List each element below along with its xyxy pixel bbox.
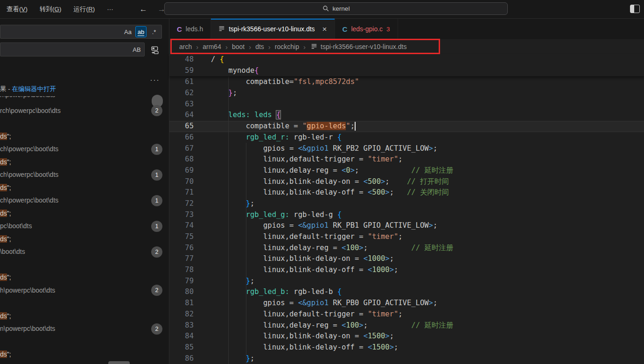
code-line[interactable]: 68 linux,default-trigger = "timer"; [169, 154, 644, 165]
menu-item[interactable]: 运行(R) [69, 3, 100, 16]
menu-item[interactable]: ··· [102, 3, 118, 15]
code-line[interactable]: 85 linux,blink-delay-off = <1500>; [169, 342, 644, 353]
line-content: rgb_led_g: rgb-led-g { [211, 210, 644, 221]
result-match-row[interactable]: ds"; [0, 348, 169, 361]
code-line[interactable]: 65 compatible = "gpio-leds"; [169, 121, 644, 132]
code-line[interactable]: 73 rgb_led_g: rgb-led-g { [169, 210, 644, 221]
result-file-row[interactable]: pc\boot\dts1 [0, 220, 169, 233]
result-file-row[interactable]: ch\powerpc\boot\dts1 [0, 143, 169, 156]
code-line[interactable]: 69 linux,delay-reg = <0>; // 延时注册 [169, 165, 644, 176]
breadcrumb-separator-icon: › [303, 43, 306, 51]
command-center-search[interactable]: kernel [164, 2, 508, 15]
code-line[interactable]: 70 linux,blink-delay-on = <500>; // 打开时间 [169, 176, 644, 188]
line-number: 80 [169, 287, 211, 298]
line-number: 86 [169, 353, 211, 364]
result-match-row[interactable]: ds"; [0, 155, 169, 168]
match-highlight: ds [0, 210, 7, 217]
code-line[interactable]: 71 linux,blink-delay-off = <500>; // 关闭时… [169, 187, 644, 198]
line-number: 48 [169, 54, 211, 65]
tab-tspi-rk3566-user-v10-linux.dts[interactable]: tspi-rk3566-user-v10-linux.dts× [211, 19, 335, 39]
match-case-toggle[interactable]: Aa [122, 26, 133, 37]
result-match-row[interactable]: ds"; [0, 232, 169, 245]
toggle-search-details-button[interactable]: ··· [147, 76, 162, 84]
layout-sidebar-icon[interactable] [630, 5, 640, 13]
code-line[interactable]: 66 rgb_led_r: rgb-led-r { [169, 132, 644, 143]
code-line[interactable]: 63 [169, 99, 644, 110]
replace-all-icon [150, 45, 160, 55]
line-number: 63 [169, 99, 211, 110]
result-file-row[interactable]: h\powerpc\boot\dts2 [0, 284, 169, 297]
breadcrumb-item[interactable]: rockchip [274, 43, 300, 50]
sticky-code-line[interactable]: 48/ { [169, 54, 644, 65]
line-number: 62 [169, 88, 211, 99]
result-file-row[interactable]: rch\powerpc\boot\dts2 [0, 104, 169, 117]
result-match-row[interactable]: ds"; [0, 271, 169, 284]
code-editor[interactable]: 48/ {59 mynode{ 61 compatible="fsl,mpc85… [169, 54, 644, 364]
code-line[interactable]: 80 rgb_led_b: rgb-led-b { [169, 287, 644, 298]
breadcrumb-item[interactable]: arch [178, 43, 193, 50]
code-line[interactable]: 81 gpios = <&gpio1 RK_PB0 GPIO_ACTIVE_LO… [169, 298, 644, 309]
code-area[interactable]: 61 compatible="fsl,mpc8572ds"62 };6364 l… [169, 77, 644, 364]
file-list-icon [218, 25, 225, 33]
code-line[interactable]: 84 linux,blink-delay-on = <1500>; [169, 331, 644, 342]
line-content: linux,blink-delay-on = <1500>; [211, 331, 644, 342]
result-file-row[interactable]: \boot\dts2 [0, 245, 169, 259]
replace-input[interactable]: AB [0, 42, 145, 56]
result-file-row[interactable]: ch\powerpc\boot\dts1 [0, 168, 169, 182]
result-file-row[interactable]: ch\powerpc\boot\dts1 [0, 194, 169, 207]
code-line[interactable]: 76 linux,delay-reg = <100>; // 延时注册 [169, 243, 644, 254]
result-match-row[interactable]: ds"; [0, 207, 169, 220]
breadcrumb-item[interactable]: arm64 [202, 43, 222, 50]
open-in-editor-link[interactable]: 在编辑器中打开 [12, 85, 56, 92]
match-count-badge: 2 [151, 246, 162, 258]
breadcrumb-file[interactable]: tspi-rk3566-user-v10-linux.dts [311, 43, 406, 51]
line-content: gpios = <&gpio1 RK_PB2 GPIO_ACTIVE_LOW>; [211, 143, 644, 154]
breadcrumb-item[interactable]: dts [254, 43, 265, 50]
match-count-badge: 2 [151, 285, 162, 296]
regex-toggle[interactable]: .* [148, 26, 160, 37]
menu-item[interactable]: 查看(V) [2, 3, 32, 16]
result-match-row[interactable]: ds"; [0, 309, 169, 322]
code-line[interactable]: 86 }; [169, 353, 644, 364]
code-line[interactable]: 72 }; [169, 198, 644, 210]
search-results-list: rch\powerpc\boot\dts2ds";ch\powerpc\boot… [0, 104, 169, 361]
code-line[interactable]: 61 compatible="fsl,mpc8572ds" [169, 77, 644, 88]
breadcrumb-separator-icon: › [225, 43, 228, 51]
result-match-row[interactable]: ds"; [0, 181, 169, 194]
breadcrumb-separator-icon: › [196, 43, 198, 51]
menu-bar: 查看(V)转到(G)运行(R)··· [0, 3, 118, 16]
line-number: 85 [169, 342, 211, 353]
breadcrumb-item[interactable]: boot [231, 43, 245, 50]
code-line[interactable]: 64 leds: leds { [169, 110, 644, 121]
code-line[interactable]: 78 linux,blink-delay-off = <1000>; [169, 265, 644, 276]
results-message-text: 果 - [0, 85, 12, 92]
code-line[interactable]: 75 linux,default-trigger = "timer"; [169, 231, 644, 243]
code-line[interactable]: 67 gpios = <&gpio1 RK_PB2 GPIO_ACTIVE_LO… [169, 143, 644, 154]
tab-leds-gpio.c[interactable]: Cleds-gpio.c3 [335, 19, 398, 39]
preserve-case-toggle[interactable]: AB [131, 44, 142, 55]
search-input[interactable]: Aa ab .* [0, 25, 162, 39]
tab-close-icon[interactable]: × [322, 25, 327, 33]
text-cursor [355, 122, 356, 131]
match-highlight: ds [0, 235, 7, 243]
result-match-row[interactable]: ds"; [0, 130, 169, 143]
code-line[interactable]: 83 linux,delay-reg = <100>; // 延时注册 [169, 320, 644, 331]
match-count-badge: 1 [151, 195, 162, 206]
tab-leds.h[interactable]: Cleds.h [169, 19, 211, 39]
tab-label: tspi-rk3566-user-v10-linux.dts [229, 25, 315, 33]
result-file-row[interactable]: n\powerpc\boot\dts2 [0, 322, 169, 336]
menu-item[interactable]: 转到(G) [35, 3, 66, 16]
code-line[interactable]: 79 }; [169, 276, 644, 287]
code-line[interactable]: 62 }; [169, 88, 644, 99]
replace-all-button[interactable] [149, 44, 161, 56]
code-line[interactable]: 77 linux,blink-delay-on = <1000>; [169, 253, 644, 265]
results-hscrollbar-thumb[interactable] [108, 361, 130, 364]
whole-word-toggle[interactable]: ab [135, 26, 147, 37]
sticky-code-line[interactable]: 59 mynode{ [169, 65, 644, 77]
match-highlight: ds [0, 312, 7, 320]
breadcrumb[interactable]: arch›arm64›boot›dts›rockchip›tspi-rk3566… [169, 39, 644, 54]
code-line[interactable]: 74 gpios = <&gpio1 RK_PB1 GPIO_ACTIVE_LO… [169, 220, 644, 231]
nav-back-button[interactable]: ← [140, 5, 147, 14]
code-line[interactable]: 82 linux,default-trigger = "timer"; [169, 309, 644, 320]
file-list-icon [311, 43, 317, 51]
